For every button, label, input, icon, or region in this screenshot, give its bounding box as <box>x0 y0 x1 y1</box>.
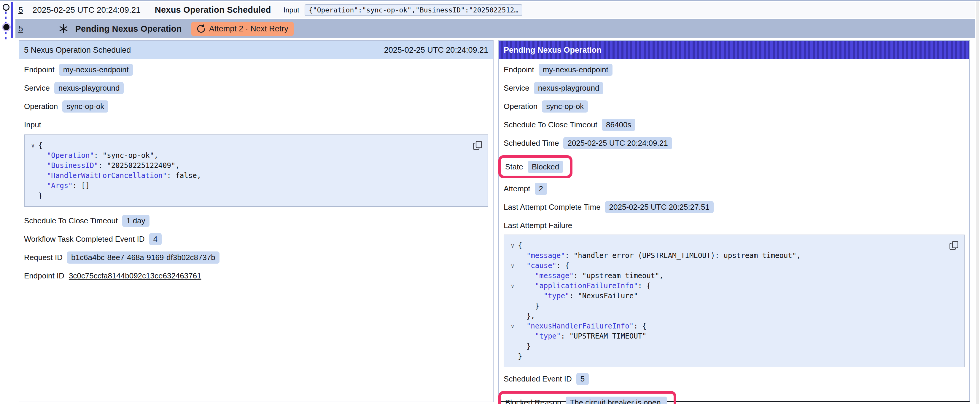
code-text: } <box>518 301 539 311</box>
event-detail-card: 5 Nexus Operation Scheduled 2025-02-25 U… <box>19 40 493 402</box>
field-label: Operation <box>24 102 58 111</box>
collapse-chevron-icon[interactable]: ∨ <box>507 261 518 271</box>
field-label: State <box>505 162 523 171</box>
code-text: "Args": [] <box>38 181 89 191</box>
event-detail-title: 5 Nexus Operation Scheduled <box>24 46 131 55</box>
code-text: { <box>38 140 42 151</box>
field-value-chip: my-nexus-endpoint <box>59 64 133 76</box>
json-code-line: } <box>507 351 959 361</box>
blocked-reason-value-chip: The circuit breaker is open. <box>566 397 667 404</box>
input-preview-chip: {"Operation":"sync-op-ok","BusinessID":"… <box>305 4 522 16</box>
retry-icon <box>197 24 205 33</box>
field-value-chip: b1c6a4bc-8ee7-468a-9169-df3b02c8737b <box>67 252 220 264</box>
event-id-link[interactable]: 5 <box>18 5 23 15</box>
code-gutter <box>507 250 518 261</box>
code-text: "type": "UPSTREAM_TIMEOUT" <box>518 331 646 341</box>
field-input: Input <box>24 119 488 131</box>
field-value-chip: 2025-02-25 UTC 20:25:27.51 <box>605 201 714 213</box>
code-text: "type": "NexusFailure" <box>518 291 638 301</box>
event-timestamp: 2025-02-25 UTC 20:24:09.21 <box>33 5 141 15</box>
field-label: Endpoint <box>24 65 54 74</box>
pending-asterisk-icon <box>58 24 69 34</box>
field-label: Schedule To Close Timeout <box>504 120 597 130</box>
field-request-id: Request ID b1c6a4bc-8ee7-468a-9169-df3b0… <box>24 251 488 264</box>
json-code-line: }, <box>507 311 959 321</box>
state-annotation-highlight: State Blocked <box>498 155 573 178</box>
field-schedule-to-close-timeout: Schedule To Close Timeout 1 day <box>24 214 488 227</box>
json-code-line: "message": "upstream timeout", <box>507 271 959 281</box>
field-endpoint: Endpoint my-nexus-endpoint <box>504 63 964 76</box>
code-gutter <box>507 291 518 301</box>
code-gutter <box>28 181 38 191</box>
field-value-chip: 2025-02-25 UTC 20:24:09.21 <box>563 137 672 149</box>
collapse-chevron-icon[interactable]: ∨ <box>507 281 518 291</box>
field-label: Service <box>504 84 530 93</box>
vertical-scrollbar[interactable] <box>976 2 979 404</box>
json-code-line: "message": "handler error (UPSTREAM_TIME… <box>507 250 959 261</box>
collapse-chevron-icon[interactable]: ∨ <box>507 321 518 331</box>
event-name: Nexus Operation Scheduled <box>155 5 271 15</box>
pending-operation-card: Pending Nexus Operation Endpoint my-nexu… <box>498 40 970 402</box>
field-label: Schedule To Close Timeout <box>24 216 118 225</box>
code-gutter <box>507 271 518 281</box>
failure-json-viewer: ∨{ "message": "handler error (UPSTREAM_T… <box>504 234 964 367</box>
field-service: Service nexus-playground <box>24 82 488 94</box>
code-text: "message": "handler error (UPSTREAM_TIME… <box>518 250 801 261</box>
copy-button[interactable] <box>948 240 959 252</box>
field-label: Blocked Reason <box>505 398 561 404</box>
event-detail-header: 5 Nexus Operation Scheduled 2025-02-25 U… <box>19 41 493 59</box>
input-label: Input <box>283 6 299 14</box>
attempt-badge-label: Attempt 2 · Next Retry <box>209 24 288 33</box>
json-code-line: ∨{ <box>28 140 482 151</box>
field-label: Scheduled Time <box>504 139 559 148</box>
code-text: "HandlerWaitForCancellation": false, <box>38 171 201 181</box>
code-gutter <box>507 301 518 311</box>
field-scheduled-time: Scheduled Time 2025-02-25 UTC 20:24:09.2… <box>504 137 964 149</box>
field-label: Request ID <box>24 253 63 262</box>
pending-operation-row[interactable]: 5 Pending Nexus Operation Attempt 2 · Ne… <box>16 19 975 38</box>
field-label: Endpoint <box>504 65 534 74</box>
pending-operation-header-title: Pending Nexus Operation <box>504 46 601 55</box>
field-label: Input <box>24 120 41 130</box>
field-last-attempt-complete-time: Last Attempt Complete Time 2025-02-25 UT… <box>504 201 964 213</box>
field-value-chip: my-nexus-endpoint <box>539 64 612 76</box>
code-text: "message": "upstream timeout", <box>518 271 663 281</box>
code-gutter <box>28 151 38 160</box>
json-code-line: } <box>28 191 482 201</box>
endpoint-id-link[interactable]: 3c0c75ccfa8144b092c13ce632463761 <box>69 271 201 280</box>
pending-operation-header: Pending Nexus Operation <box>499 41 969 59</box>
code-gutter <box>28 160 38 171</box>
field-label: Attempt <box>504 184 530 193</box>
code-gutter <box>507 311 518 321</box>
field-label: Operation <box>504 102 538 111</box>
json-code-line: "type": "UPSTREAM_TIMEOUT" <box>507 331 959 341</box>
code-gutter <box>28 191 38 201</box>
field-value-chip: 86400s <box>602 119 635 131</box>
collapse-chevron-icon[interactable]: ∨ <box>28 140 38 151</box>
event-history-view: 5 2025-02-25 UTC 20:24:09.21 Nexus Opera… <box>0 0 980 404</box>
copy-button[interactable] <box>472 140 483 152</box>
field-label: Endpoint ID <box>24 271 64 280</box>
event-id-link[interactable]: 5 <box>18 24 23 33</box>
event-detail-timestamp: 2025-02-25 UTC 20:24:09.21 <box>384 46 488 55</box>
field-value-chip: nexus-playground <box>54 82 124 94</box>
json-code-line: } <box>507 301 959 311</box>
json-code-line: "type": "NexusFailure" <box>507 291 959 301</box>
field-label: Scheduled Event ID <box>504 374 572 383</box>
code-text: } <box>518 341 531 351</box>
json-code-line: ∨ "nexusHandlerFailureInfo": { <box>507 321 959 331</box>
code-text: } <box>518 351 522 361</box>
code-gutter <box>507 341 518 351</box>
code-text: }, <box>518 311 535 321</box>
field-scheduled-event-id: Scheduled Event ID 5 <box>504 372 964 385</box>
event-summary-row[interactable]: 5 2025-02-25 UTC 20:24:09.21 Nexus Opera… <box>16 2 975 18</box>
field-operation: Operation sync-op-ok <box>24 100 488 112</box>
copy-icon <box>949 240 959 251</box>
field-label: Last Attempt Failure <box>504 221 572 230</box>
code-gutter <box>507 351 518 361</box>
code-text: "Operation": "sync-op-ok", <box>38 151 158 160</box>
state-value-chip: Blocked <box>528 161 563 173</box>
field-endpoint: Endpoint my-nexus-endpoint <box>24 63 488 76</box>
collapse-chevron-icon[interactable]: ∨ <box>507 241 518 250</box>
field-label: Last Attempt Complete Time <box>504 203 601 212</box>
